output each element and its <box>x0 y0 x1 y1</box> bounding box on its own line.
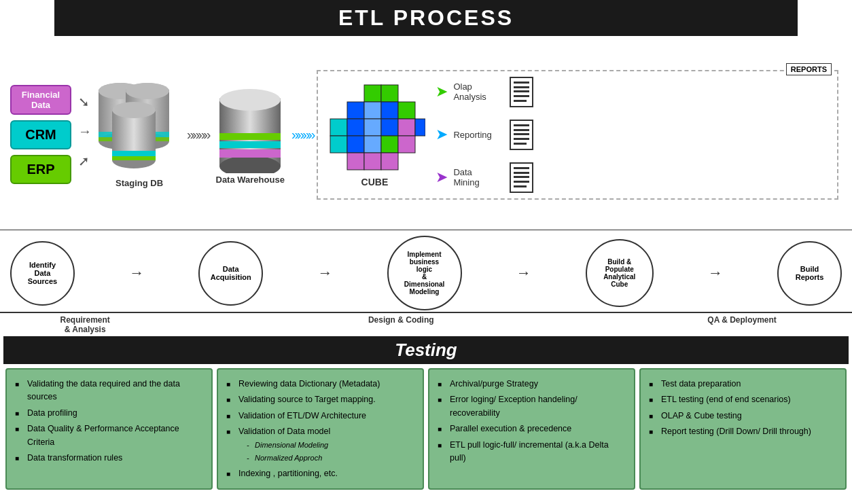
reports-header-label: REPORTS <box>786 63 832 75</box>
svg-rect-31 <box>364 119 381 136</box>
phase-labels-row: Requirement & Analysis Design & Coding Q… <box>0 312 852 336</box>
staging-db: Staging DB <box>99 82 180 188</box>
svg-rect-34 <box>415 119 425 136</box>
testing-card-1: ■Validating the data required and the da… <box>5 368 213 490</box>
svg-rect-23 <box>364 85 381 102</box>
card1-item4: Data transformation rules <box>27 453 122 463</box>
design-coding-label: Design & Coding <box>160 315 642 334</box>
card2-item1: Reviewing data Dictionary (Metadata) <box>238 379 380 389</box>
main-title: ETL PROCESS <box>54 5 798 31</box>
card2-item4: Validation of Data model <box>238 427 330 436</box>
card1-item3: Data Quality & Performance Acceptance Cr… <box>27 424 179 446</box>
svg-point-11 <box>126 83 169 99</box>
olap-report-icon <box>510 77 533 107</box>
card4-item4: Report testing (Drill Down/ Drill throug… <box>661 427 811 436</box>
step4-label: Build & Populate Analytical Cube <box>603 258 635 288</box>
svg-rect-36 <box>347 136 364 153</box>
card2-item2: Validating source to Target mapping. <box>238 395 376 404</box>
svg-rect-15 <box>112 156 156 160</box>
card4-item2: ETL testing (end of end scenarios) <box>661 395 791 404</box>
olap-arrow: ➤ <box>436 83 448 101</box>
data-mining-arrow: ➤ <box>436 168 448 186</box>
olap-label: OlapAnalysis <box>453 82 504 102</box>
svg-point-16 <box>112 102 156 118</box>
svg-rect-42 <box>381 153 398 170</box>
svg-point-22 <box>219 89 281 111</box>
card2-item5: Indexing , partitioning, etc. <box>238 469 338 478</box>
step2-label: Data Acquisition <box>211 265 251 281</box>
svg-rect-39 <box>398 136 415 153</box>
svg-rect-25 <box>347 102 364 119</box>
svg-rect-40 <box>347 153 364 170</box>
step3-label: Implement business logic & Dimensional M… <box>404 251 444 295</box>
testing-card-4: ■Test data preparation ■ETL testing (end… <box>639 368 847 490</box>
step2-arrow: → <box>317 264 332 282</box>
reporting-report-icon <box>510 120 533 150</box>
svg-rect-29 <box>330 119 347 136</box>
build-populate-step: Build & Populate Analytical Cube <box>586 239 654 307</box>
staging-to-dw-arrow: »»»» <box>187 127 209 143</box>
erp-label: ERP <box>26 162 54 177</box>
card3-item4: ETL pull logic-full/ incremental (a.k.a … <box>450 440 609 463</box>
data-mining-label: DataMining <box>453 167 504 187</box>
card1-item1: Validating the data required and the dat… <box>27 379 180 401</box>
data-mining-report-icon <box>510 162 533 193</box>
step5-label: Build Reports <box>796 265 824 281</box>
card3-item1: Archival/purge Strategy <box>450 379 538 389</box>
svg-rect-33 <box>398 119 415 136</box>
data-mining-row: ➤ DataMining <box>436 162 832 193</box>
build-reports-step: Build Reports <box>777 241 842 306</box>
staging-db-label: Staging DB <box>116 178 163 188</box>
svg-rect-30 <box>347 119 364 136</box>
staging-cylinder-3 <box>112 101 156 168</box>
svg-rect-38 <box>381 136 398 153</box>
card3-item3: Parallel execution & precedence <box>450 424 571 433</box>
testing-card-3: ■Archival/purge Strategy ■Error loging/ … <box>428 368 635 490</box>
svg-rect-35 <box>330 136 347 153</box>
card4-item3: OLAP & Cube testing <box>661 411 742 420</box>
card4-item1: Test data preparation <box>661 379 741 389</box>
requirement-analysis-label: Requirement & Analysis <box>10 315 160 334</box>
erp-source: ERP <box>10 155 71 184</box>
qa-deployment-label: QA & Deployment <box>642 315 842 334</box>
cube-svg <box>323 82 425 177</box>
svg-rect-41 <box>364 153 381 170</box>
olap-row: ➤ OlapAnalysis <box>436 77 832 107</box>
data-warehouse: Data Warehouse <box>216 85 285 185</box>
reporting-arrow: ➤ <box>436 126 448 143</box>
crm-label: CRM <box>25 127 56 142</box>
step3-arrow: → <box>516 264 531 282</box>
svg-rect-21 <box>219 133 281 140</box>
reports-section: REPORTS ➤ OlapAnalysis ➤ Reporting <box>436 77 832 193</box>
testing-card-2: ■Reviewing data Dictionary (Metadata) ■V… <box>217 368 424 490</box>
cube-label: CUBE <box>361 177 389 187</box>
data-warehouse-label: Data Warehouse <box>216 175 285 185</box>
financial-source: Financial Data <box>10 85 71 115</box>
svg-rect-20 <box>219 141 281 148</box>
card1-item2: Data profiling <box>27 408 77 418</box>
dw-to-cube-arrow: »»»» <box>291 127 314 143</box>
cube-section: CUBE <box>323 82 425 187</box>
step1-label: Identify Data Sources <box>28 261 57 285</box>
implement-logic-step: Implement business logic & Dimensional M… <box>387 236 462 310</box>
svg-rect-37 <box>364 136 381 153</box>
identify-data-sources-step: Identify Data Sources <box>10 241 75 306</box>
svg-rect-26 <box>364 102 381 119</box>
card3-item2: Error loging/ Exception handeling/ recov… <box>450 395 578 417</box>
svg-rect-19 <box>219 149 281 158</box>
card2-item3: Validation of ETL/DW Architecture <box>238 411 366 420</box>
financial-label: Financial Data <box>22 90 60 110</box>
step1-arrow: → <box>129 264 144 282</box>
svg-rect-24 <box>381 85 398 102</box>
dw-cylinder-svg <box>219 85 281 173</box>
reporting-label: Reporting <box>453 130 504 140</box>
reporting-row: ➤ Reporting <box>436 120 832 150</box>
data-acquisition-step: Data Acquisition <box>198 241 263 306</box>
source-to-staging-arrows: ➘ → ➚ <box>78 94 92 169</box>
testing-grid: ■Validating the data required and the da… <box>0 364 852 494</box>
data-sources: Financial Data CRM ERP <box>10 85 71 184</box>
process-section: Identify Data Sources → Data Acquisition… <box>0 230 852 310</box>
testing-title: Testing <box>3 340 849 361</box>
svg-rect-32 <box>381 119 398 136</box>
svg-rect-28 <box>398 102 415 119</box>
